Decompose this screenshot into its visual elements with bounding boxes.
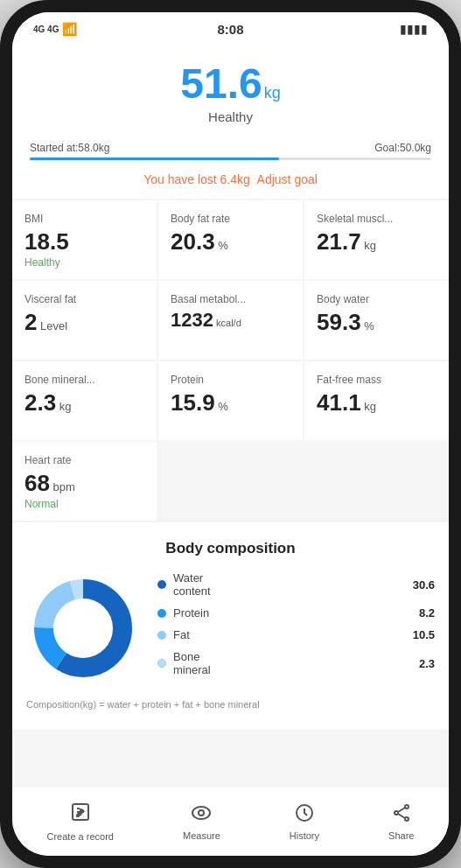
metric-basal-value: 1232 kcal/d	[171, 311, 290, 330]
composition-note: Composition(kg) = water + protein + fat …	[26, 697, 435, 712]
metric-bmi-label: BMI	[24, 213, 144, 225]
signal-text: 4G 4G	[33, 24, 59, 34]
legend-dot-water	[157, 580, 166, 589]
metric-fatfree[interactable]: Fat-free mass 41.1 kg	[304, 361, 449, 440]
metric-heartrate-status: Normal	[24, 498, 144, 510]
metric-bone-value: 2.3 kg	[24, 391, 144, 414]
share-icon	[391, 802, 412, 827]
nav-history-label: History	[290, 830, 319, 841]
create-record-icon	[70, 802, 91, 828]
nav-create-label: Create a record	[47, 831, 114, 842]
composition-legend: Watercontent 30.6 Protein 8.2	[157, 571, 435, 685]
goal-label: Goal:50.0kg	[374, 142, 431, 154]
metric-bmi-status: Healthy	[24, 256, 144, 269]
metric-bone-label: Bone mineral...	[24, 374, 144, 386]
progress-bar	[30, 158, 431, 160]
composition-section: Body composition	[12, 522, 449, 730]
progress-section: Started at:58.0kg Goal:50.0kg	[12, 135, 449, 165]
svg-point-4	[57, 602, 109, 654]
phone-screen: 4G 4G 📶 8:08 ▮▮▮▮ 51.6 kg Healthy	[12, 12, 449, 856]
weight-unit: kg	[264, 84, 281, 102]
legend-dot-bone	[157, 659, 166, 668]
metric-protein[interactable]: Protein 15.9 %	[158, 361, 303, 440]
adjust-goal-button[interactable]: Adjust goal	[257, 172, 318, 186]
composition-title: Body composition	[26, 540, 435, 557]
weight-header: 51.6 kg Healthy	[12, 46, 449, 135]
metric-bodyfat[interactable]: Body fat rate 20.3 %	[158, 200, 303, 279]
main-content: 51.6 kg Healthy Started at:58.0kg Goal:5…	[12, 46, 449, 786]
legend-item-bone: Bonemineral 2.3	[157, 650, 435, 676]
legend-value-water: 30.6	[413, 578, 435, 592]
nav-create-record[interactable]: Create a record	[33, 794, 128, 849]
metric-basal-label: Basal metabol...	[171, 293, 290, 305]
status-time: 8:08	[217, 22, 243, 37]
battery-icon: ▮▮▮▮	[400, 22, 428, 36]
svg-point-12	[405, 805, 409, 808]
metric-bone[interactable]: Bone mineral... 2.3 kg	[12, 361, 157, 440]
status-bar: 4G 4G 📶 8:08 ▮▮▮▮	[12, 12, 449, 46]
svg-point-13	[395, 811, 398, 815]
measure-icon	[191, 802, 212, 827]
metric-bmi-value: 18.5	[24, 230, 144, 253]
metric-bodyfat-value: 20.3 %	[171, 230, 290, 253]
legend-item-fat: Fat 10.5	[157, 628, 435, 641]
metric-bmi[interactable]: BMI 18.5 Healthy	[12, 200, 157, 279]
legend-dot-protein	[157, 609, 166, 618]
legend-item-water: Watercontent 30.6	[157, 571, 435, 598]
metrics-grid: BMI 18.5 Healthy Body fat rate 20.3 % Sk…	[12, 200, 449, 521]
donut-chart	[26, 571, 140, 685]
metric-heartrate[interactable]: Heart rate 68 bpm Normal	[12, 442, 157, 521]
metric-bodywater[interactable]: Body water 59.3 %	[304, 281, 449, 360]
metric-bodywater-label: Body water	[317, 293, 437, 305]
nav-measure-label: Measure	[183, 830, 220, 841]
metric-skeletal[interactable]: Skeletal muscl... 21.7 kg	[304, 200, 449, 279]
legend-dot-fat	[157, 631, 166, 640]
weight-display: 51.6 kg	[30, 60, 431, 108]
bottom-nav: Create a record Measure	[12, 786, 449, 856]
metric-protein-label: Protein	[171, 374, 290, 386]
status-left: 4G 4G 📶	[33, 22, 77, 36]
legend-value-fat: 10.5	[413, 628, 435, 641]
weight-value: 51.6	[180, 60, 262, 108]
nav-history[interactable]: History	[276, 795, 333, 848]
metric-fatfree-label: Fat-free mass	[317, 374, 437, 386]
legend-label-water: Watercontent	[173, 571, 211, 598]
legend-label-fat: Fat	[173, 628, 190, 641]
weight-status: Healthy	[30, 109, 431, 124]
svg-point-14	[405, 817, 409, 821]
legend-value-bone: 2.3	[419, 657, 435, 670]
metric-visceral-label: Visceral fat	[24, 293, 144, 305]
phone-frame: 4G 4G 📶 8:08 ▮▮▮▮ 51.6 kg Healthy	[0, 0, 461, 868]
composition-body: Watercontent 30.6 Protein 8.2	[26, 571, 435, 685]
metric-protein-value: 15.9 %	[171, 391, 290, 414]
metric-basal[interactable]: Basal metabol... 1232 kcal/d	[158, 281, 303, 360]
lost-text: You have lost 6.4kg	[143, 172, 250, 186]
legend-value-protein: 8.2	[419, 606, 435, 620]
nav-measure[interactable]: Measure	[169, 795, 234, 848]
progress-fill	[30, 158, 279, 160]
svg-point-10	[199, 810, 204, 816]
lost-text-section: You have lost 6.4kg Adjust goal	[12, 165, 449, 199]
svg-line-16	[398, 814, 405, 818]
legend-item-protein: Protein 8.2	[157, 606, 435, 620]
metric-skeletal-value: 21.7 kg	[317, 230, 437, 253]
metric-skeletal-label: Skeletal muscl...	[317, 213, 437, 225]
progress-labels: Started at:58.0kg Goal:50.0kg	[30, 142, 431, 154]
metric-visceral-value: 2 Level	[24, 311, 144, 333]
wifi-icon: 📶	[62, 22, 77, 36]
metric-heartrate-value: 68 bpm	[24, 472, 144, 494]
legend-label-bone: Bonemineral	[173, 650, 211, 676]
legend-label-protein: Protein	[173, 606, 209, 620]
svg-point-9	[192, 807, 210, 819]
metric-bodyfat-label: Body fat rate	[171, 213, 290, 225]
metric-fatfree-value: 41.1 kg	[317, 391, 437, 414]
nav-share-label: Share	[388, 830, 414, 841]
status-right: ▮▮▮▮	[400, 22, 428, 36]
svg-line-15	[398, 808, 405, 812]
history-icon	[294, 802, 315, 827]
metric-heartrate-label: Heart rate	[24, 454, 144, 466]
nav-share[interactable]: Share	[374, 795, 428, 848]
started-label: Started at:58.0kg	[30, 142, 109, 154]
metric-bodywater-value: 59.3 %	[317, 311, 437, 333]
metric-visceral[interactable]: Visceral fat 2 Level	[12, 281, 157, 360]
